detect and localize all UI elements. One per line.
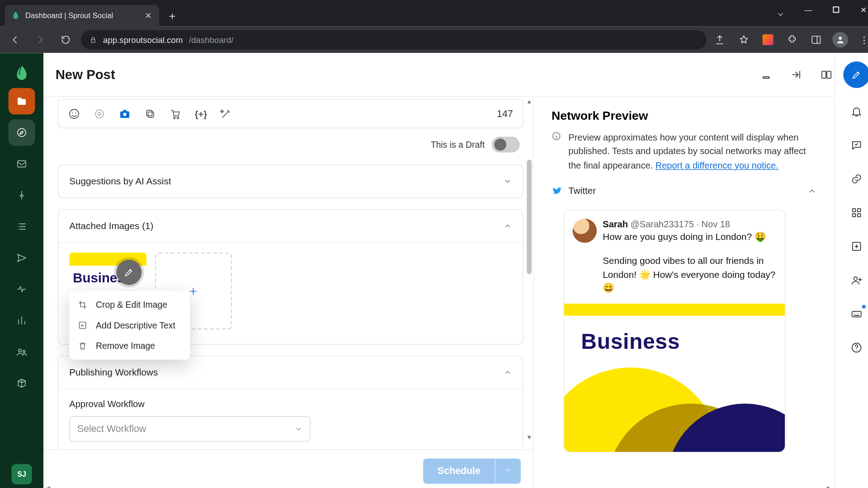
- svg-point-28: [854, 277, 857, 281]
- svg-point-15: [98, 113, 101, 116]
- right-scrollbar[interactable]: [827, 102, 834, 487]
- svg-rect-23: [852, 209, 855, 212]
- sprout-logo-icon[interactable]: [12, 64, 32, 83]
- nav-list-icon[interactable]: [9, 213, 35, 240]
- attached-images-header[interactable]: Attached Images (1): [58, 210, 523, 242]
- tab-close-icon[interactable]: ✕: [143, 11, 153, 20]
- nav-pulse-icon[interactable]: [9, 276, 35, 303]
- extension-color-icon[interactable]: [760, 31, 776, 48]
- browser-tab-strip: Dashboard | Sprout Social ✕ ＋ ― ✕: [0, 0, 868, 27]
- header-collapse-icon[interactable]: [787, 66, 805, 84]
- window-minimize-button[interactable]: ―: [794, 0, 822, 19]
- window-close-button[interactable]: ✕: [850, 0, 868, 19]
- browser-toolbar: app.sproutsocial.com/dashboard/ ⋮: [0, 27, 868, 53]
- add-square-icon[interactable]: [846, 236, 866, 257]
- menu-alt-text[interactable]: Add Descriptive Text: [69, 315, 190, 335]
- profile-avatar-icon[interactable]: [832, 31, 849, 48]
- edit-text-icon: [78, 320, 89, 330]
- left-scrollbar[interactable]: ▲ ▼: [526, 102, 533, 437]
- publishing-title: Publishing Workflows: [69, 367, 158, 378]
- tab-search-icon[interactable]: [767, 5, 794, 24]
- url-domain: app.sproutsocial.com: [103, 35, 183, 44]
- svg-rect-24: [857, 209, 860, 212]
- svg-point-7: [23, 350, 25, 352]
- nav-send-icon[interactable]: [9, 244, 35, 271]
- camera-icon[interactable]: [119, 108, 131, 120]
- publishing-workflows-panel: Publishing Workflows Approval Workflow S…: [58, 356, 523, 455]
- schedule-dropdown[interactable]: [495, 458, 521, 483]
- attached-images-panel: Attached Images (1) Business: [58, 209, 523, 345]
- notifications-icon[interactable]: [846, 101, 866, 122]
- nav-pin-icon[interactable]: [9, 182, 35, 209]
- forward-button[interactable]: [30, 29, 51, 50]
- window-maximize-button[interactable]: [822, 0, 850, 19]
- side-panel-icon[interactable]: [808, 31, 825, 48]
- variable-icon[interactable]: {+}: [195, 109, 207, 119]
- twitter-preview-header[interactable]: Twitter: [552, 185, 816, 201]
- tweet-meta: Sarah @Sarah233175 · Nov 18: [603, 219, 776, 229]
- composer-toolbar: {+} 147: [58, 99, 523, 128]
- emoji-icon[interactable]: [68, 108, 80, 120]
- report-difference-link[interactable]: Report a difference you notice.: [656, 160, 778, 170]
- tab-title: Dashboard | Sprout Social: [25, 11, 113, 20]
- tweet-line2: Sending good vibes to all our friends in…: [603, 254, 776, 295]
- workflow-select[interactable]: Select Workflow: [69, 416, 310, 441]
- apps-grid-icon[interactable]: [846, 202, 866, 223]
- kebab-menu-icon[interactable]: ⋮: [856, 31, 868, 48]
- help-icon[interactable]: [846, 338, 866, 358]
- new-tab-button[interactable]: ＋: [164, 7, 181, 24]
- target-icon[interactable]: [94, 108, 106, 120]
- crop-icon: [78, 300, 89, 310]
- header-panels-icon[interactable]: [817, 66, 835, 84]
- address-bar[interactable]: app.sproutsocial.com/dashboard/: [81, 30, 707, 50]
- compose-button[interactable]: [843, 61, 868, 88]
- publishing-header[interactable]: Publishing Workflows: [58, 356, 523, 389]
- chevron-up-icon: [503, 368, 512, 377]
- twitter-label: Twitter: [568, 185, 596, 196]
- menu-remove-image[interactable]: Remove Image: [69, 336, 190, 356]
- back-button[interactable]: [5, 29, 25, 50]
- svg-point-4: [18, 128, 26, 136]
- link-icon[interactable]: [846, 169, 866, 189]
- app-root: SJ New Post ✕: [0, 53, 868, 488]
- nav-analytics-icon[interactable]: [9, 307, 35, 334]
- bookmark-star-icon[interactable]: [736, 31, 752, 48]
- preview-info-text: Preview approximates how your content wi…: [568, 130, 816, 172]
- tweet-image-text: Business: [581, 328, 785, 354]
- share-icon[interactable]: [711, 31, 728, 48]
- preview-column: Network Preview Preview approximates how…: [533, 97, 835, 488]
- svg-rect-8: [763, 77, 769, 78]
- comment-icon[interactable]: [846, 135, 866, 155]
- chevron-up-icon: [808, 187, 816, 195]
- nav-cube-icon[interactable]: [9, 370, 35, 397]
- cart-icon[interactable]: [170, 108, 182, 120]
- ai-suggestions-panel[interactable]: Suggestions by AI Assist: [58, 164, 523, 198]
- nav-folder-icon[interactable]: [9, 88, 35, 115]
- browser-tab[interactable]: Dashboard | Sprout Social ✕: [5, 5, 159, 27]
- nav-people-icon[interactable]: [9, 338, 35, 365]
- keyboard-icon[interactable]: [846, 304, 866, 324]
- copy-icon[interactable]: [144, 108, 156, 120]
- info-icon: [552, 131, 562, 172]
- user-avatar-chip[interactable]: SJ: [11, 464, 32, 484]
- nav-compass-icon[interactable]: [9, 119, 35, 146]
- draft-toggle[interactable]: [492, 137, 519, 153]
- header-minimize-icon[interactable]: [757, 66, 775, 84]
- reload-button[interactable]: [56, 29, 76, 50]
- chevron-down-icon: [294, 425, 303, 433]
- menu-crop-edit[interactable]: Crop & Edit Image: [69, 295, 190, 315]
- tweet-preview-card: Sarah @Sarah233175 · Nov 18 How are you …: [564, 210, 786, 452]
- extensions-icon[interactable]: [783, 31, 800, 48]
- edit-image-button[interactable]: [116, 260, 142, 285]
- attached-images-title: Attached Images (1): [69, 221, 153, 231]
- magic-wand-icon[interactable]: [220, 108, 232, 120]
- right-rail: [834, 53, 868, 488]
- svg-rect-29: [852, 311, 861, 317]
- add-user-icon[interactable]: [846, 270, 866, 290]
- svg-point-6: [19, 349, 21, 352]
- schedule-button[interactable]: Schedule: [423, 458, 495, 483]
- nav-inbox-icon[interactable]: [9, 150, 35, 177]
- bottom-scrollbar[interactable]: ◀▶: [43, 484, 834, 488]
- composer-footer: Schedule: [43, 450, 533, 488]
- svg-point-13: [75, 113, 76, 113]
